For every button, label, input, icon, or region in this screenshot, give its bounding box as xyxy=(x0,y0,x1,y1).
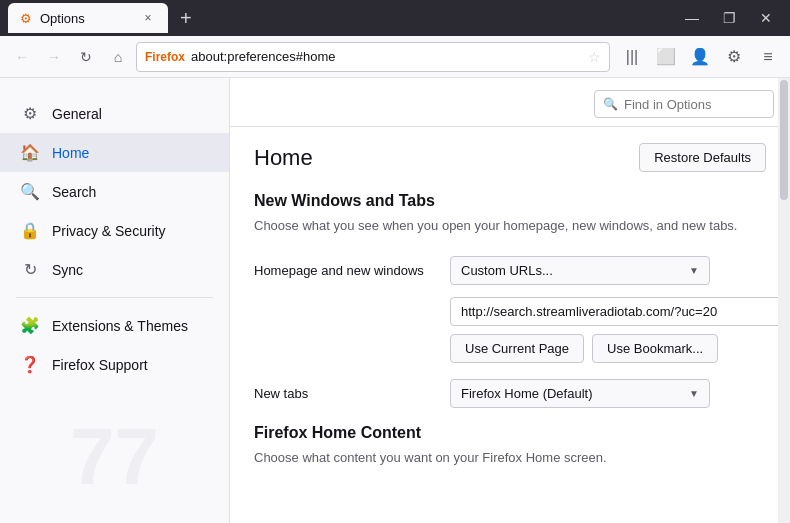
tab-close-button[interactable]: × xyxy=(140,10,156,26)
back-button[interactable]: ← xyxy=(8,43,36,71)
main-content: 🔍 Home Restore Defaults New Windows and … xyxy=(230,78,790,503)
sidebar-item-search[interactable]: 🔍 Search xyxy=(0,172,229,211)
home-icon: 🏠 xyxy=(20,143,40,162)
section-new-windows: New Windows and Tabs Choose what you see… xyxy=(254,192,766,236)
sync-icon: ↻ xyxy=(20,260,40,279)
sidebar-item-extensions[interactable]: 🧩 Extensions & Themes xyxy=(0,306,229,345)
privacy-icon: 🔒 xyxy=(20,221,40,240)
layout: 77 ⚙ General 🏠 Home 🔍 Search 🔒 Privacy &… xyxy=(0,78,790,523)
reload-button[interactable]: ↻ xyxy=(72,43,100,71)
url-input-wrapper xyxy=(254,297,766,326)
section1-title: New Windows and Tabs xyxy=(254,192,766,210)
use-current-page-button[interactable]: Use Current Page xyxy=(450,334,584,363)
new-tabs-dropdown[interactable]: Firefox Home (Default) ▼ xyxy=(450,379,710,408)
active-tab[interactable]: ⚙ Options × xyxy=(8,3,168,33)
main-inner: Home Restore Defaults New Windows and Ta… xyxy=(230,127,790,503)
homepage-dropdown[interactable]: Custom URLs... ▼ xyxy=(450,256,710,285)
general-icon: ⚙ xyxy=(20,104,40,123)
homepage-dropdown-text: Custom URLs... xyxy=(461,263,553,278)
tabs-icon[interactable]: ⬜ xyxy=(652,43,680,71)
homepage-dropdown-arrow: ▼ xyxy=(689,265,699,276)
toolbar: ← → ↻ ⌂ Firefox about:preferences#home ☆… xyxy=(0,36,790,78)
find-options-input[interactable] xyxy=(624,97,765,112)
homepage-button-row: Use Current Page Use Bookmark... xyxy=(254,334,766,363)
close-window-button[interactable]: ✕ xyxy=(750,10,782,26)
sidebar-label-general: General xyxy=(52,106,102,122)
section1-desc: Choose what you see when you open your h… xyxy=(254,216,766,236)
find-options-input-wrapper[interactable]: 🔍 xyxy=(594,90,774,118)
search-icon: 🔍 xyxy=(20,182,40,201)
sidebar-item-sync[interactable]: ↻ Sync xyxy=(0,250,229,289)
account-icon[interactable]: 👤 xyxy=(686,43,714,71)
sidebar-label-sync: Sync xyxy=(52,262,83,278)
firefox-icon: Firefox xyxy=(145,50,185,64)
sidebar-item-general[interactable]: ⚙ General xyxy=(0,94,229,133)
sidebar-item-home[interactable]: 🏠 Home xyxy=(0,133,229,172)
address-text: about:preferences#home xyxy=(191,49,582,64)
titlebar: ⚙ Options × + — ❐ ✕ xyxy=(0,0,790,36)
tab-title: Options xyxy=(40,11,132,26)
find-options-search-icon: 🔍 xyxy=(603,97,618,111)
homepage-setting-row: Homepage and new windows Custom URLs... … xyxy=(254,256,766,285)
homepage-url-input[interactable] xyxy=(450,297,790,326)
forward-button[interactable]: → xyxy=(40,43,68,71)
tab-favicon: ⚙ xyxy=(20,11,32,26)
new-tabs-dropdown-text: Firefox Home (Default) xyxy=(461,386,592,401)
homepage-label: Homepage and new windows xyxy=(254,263,434,278)
new-tabs-dropdown-arrow: ▼ xyxy=(689,388,699,399)
address-bar[interactable]: Firefox about:preferences#home ☆ xyxy=(136,42,610,72)
menu-icon[interactable]: ≡ xyxy=(754,43,782,71)
home-button[interactable]: ⌂ xyxy=(104,43,132,71)
restore-button[interactable]: ❐ xyxy=(713,10,746,26)
new-tabs-setting-row: New tabs Firefox Home (Default) ▼ xyxy=(254,379,766,408)
toolbar-actions: ||| ⬜ 👤 ⚙ ≡ xyxy=(618,43,782,71)
section-firefox-home: Firefox Home Content Choose what content… xyxy=(254,424,766,468)
sidebar-item-privacy[interactable]: 🔒 Privacy & Security xyxy=(0,211,229,250)
main-scroll-wrapper: 🔍 Home Restore Defaults New Windows and … xyxy=(230,78,790,523)
sidebar-item-support[interactable]: ❓ Firefox Support xyxy=(0,345,229,384)
sidebar-label-privacy: Privacy & Security xyxy=(52,223,166,239)
find-options-bar: 🔍 xyxy=(230,78,790,127)
new-tab-button[interactable]: + xyxy=(174,7,198,30)
support-icon: ❓ xyxy=(20,355,40,374)
restore-defaults-button[interactable]: Restore Defaults xyxy=(639,143,766,172)
page-title: Home xyxy=(254,145,313,171)
section2-title: Firefox Home Content xyxy=(254,424,766,442)
extensions-icon[interactable]: ⚙ xyxy=(720,43,748,71)
sidebar-label-home: Home xyxy=(52,145,89,161)
sidebar-label-extensions: Extensions & Themes xyxy=(52,318,188,334)
bookmark-star-icon[interactable]: ☆ xyxy=(588,49,601,65)
section2-desc: Choose what content you want on your Fir… xyxy=(254,448,766,468)
scrollbar-track[interactable] xyxy=(778,78,790,523)
sidebar-divider xyxy=(16,297,213,298)
sidebar: 77 ⚙ General 🏠 Home 🔍 Search 🔒 Privacy &… xyxy=(0,78,230,523)
bookmarks-icon[interactable]: ||| xyxy=(618,43,646,71)
window-controls: — ❐ ✕ xyxy=(675,10,782,26)
scrollbar-thumb[interactable] xyxy=(780,80,788,200)
sidebar-label-search: Search xyxy=(52,184,96,200)
sidebar-watermark: 77 xyxy=(70,411,159,503)
use-bookmark-button[interactable]: Use Bookmark... xyxy=(592,334,718,363)
page-header: Home Restore Defaults xyxy=(254,143,766,172)
minimize-button[interactable]: — xyxy=(675,10,709,26)
extensions-sidebar-icon: 🧩 xyxy=(20,316,40,335)
sidebar-label-support: Firefox Support xyxy=(52,357,148,373)
new-tabs-label: New tabs xyxy=(254,386,434,401)
